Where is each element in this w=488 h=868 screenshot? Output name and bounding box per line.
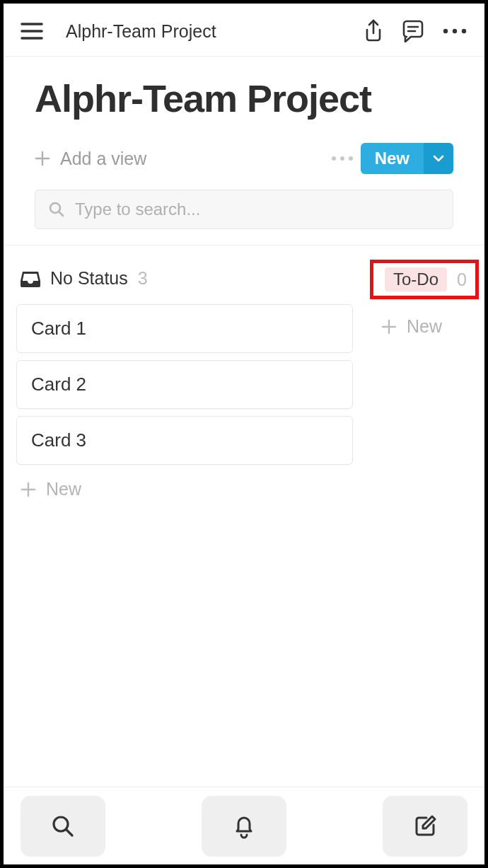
card[interactable]: Card 2 — [16, 360, 353, 409]
view-more-icon[interactable] — [331, 156, 354, 161]
column-label-badge: To-Do — [385, 267, 447, 291]
svg-point-10 — [332, 156, 336, 161]
page-header: Alphr-Team Project Add a view New — [4, 57, 484, 245]
compose-button[interactable] — [383, 796, 467, 857]
svg-line-14 — [59, 212, 63, 216]
add-view-label: Add a view — [60, 149, 146, 169]
bell-icon — [232, 813, 256, 840]
search-box[interactable] — [35, 190, 453, 229]
search-icon — [48, 201, 65, 218]
column-label: No Status — [50, 268, 128, 289]
comment-icon[interactable] — [401, 20, 425, 42]
notifications-button[interactable] — [202, 796, 286, 857]
card[interactable]: Card 3 — [16, 416, 353, 465]
annotation-highlight: To-Do 0 — [370, 260, 479, 299]
svg-point-6 — [453, 29, 457, 33]
top-bar: Alphr-Team Project — [4, 4, 484, 57]
column-count: 0 — [457, 270, 467, 290]
bottom-bar — [4, 787, 484, 864]
column-count: 3 — [138, 268, 148, 289]
svg-point-11 — [340, 156, 344, 161]
hamburger-icon[interactable] — [21, 22, 43, 40]
add-card-button[interactable]: New — [16, 472, 353, 507]
add-card-button[interactable]: New — [374, 309, 476, 344]
search-icon — [50, 814, 76, 839]
new-button-label: New — [361, 143, 424, 174]
column-todo: To-Do 0 New — [374, 265, 476, 787]
add-view-button[interactable]: Add a view — [35, 149, 146, 169]
share-icon[interactable] — [363, 19, 384, 43]
inbox-icon — [21, 270, 40, 288]
add-card-label: New — [407, 316, 442, 337]
svg-point-12 — [349, 156, 353, 161]
page-title: Alphr-Team Project — [35, 76, 453, 120]
svg-point-7 — [462, 29, 466, 33]
chevron-down-icon[interactable] — [424, 143, 453, 174]
kanban-board: No Status 3 Card 1 Card 2 Card 3 New To-… — [4, 245, 484, 787]
svg-line-20 — [66, 829, 73, 835]
add-card-label: New — [46, 479, 81, 499]
breadcrumb-title[interactable]: Alphr-Team Project — [66, 21, 346, 42]
new-button[interactable]: New — [361, 143, 453, 174]
search-button[interactable] — [21, 796, 105, 857]
column-header-no-status[interactable]: No Status 3 — [16, 265, 353, 304]
search-input[interactable] — [75, 199, 440, 219]
column-no-status: No Status 3 Card 1 Card 2 Card 3 New — [12, 265, 353, 787]
more-icon[interactable] — [442, 28, 467, 35]
svg-point-5 — [443, 29, 448, 33]
column-header-todo[interactable]: To-Do 0 — [385, 267, 471, 291]
card[interactable]: Card 1 — [16, 304, 353, 353]
view-switcher-row: Add a view New — [35, 143, 453, 174]
compose-icon — [412, 814, 438, 839]
